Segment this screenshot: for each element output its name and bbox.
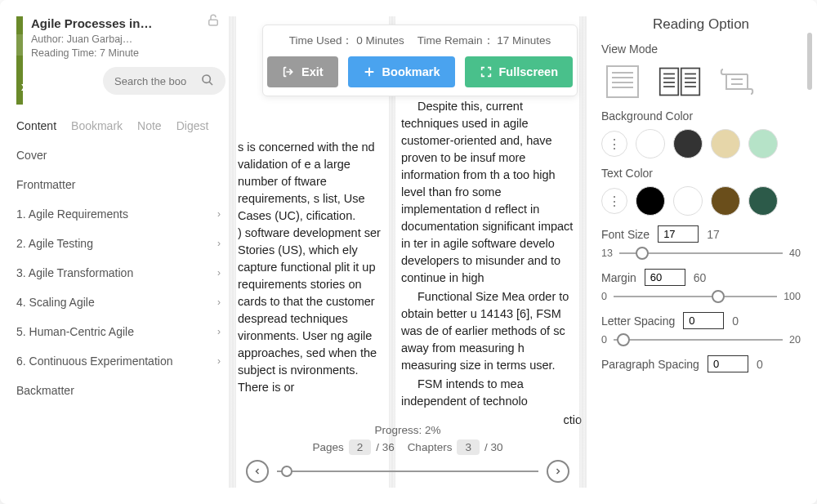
progress-label: Progress: 2% (246, 424, 569, 436)
prev-page-button[interactable] (246, 460, 269, 483)
exit-button[interactable]: Exit (267, 56, 338, 87)
color-more-button[interactable]: ⋮ (601, 188, 627, 214)
text-color-swatch[interactable] (636, 186, 665, 216)
margin-slider[interactable] (614, 296, 777, 297)
letter-spacing-input[interactable] (683, 312, 724, 329)
tab-content[interactable]: Content (16, 119, 56, 132)
slider-max: 20 (789, 334, 801, 346)
chevron-right-icon: › (217, 208, 221, 220)
toc-item-label: Backmatter (16, 384, 74, 397)
margin-control: Margin 60 0 100 (601, 269, 801, 302)
tab-note[interactable]: Note (137, 119, 162, 132)
plus-icon (363, 65, 376, 78)
font-size-slider[interactable] (619, 252, 783, 254)
toc-item[interactable]: 6. Continuous Experimentation› (16, 346, 221, 376)
paragraph-spacing-control: Paragraph Spacing 0 (601, 355, 801, 372)
reading-options-panel: Reading Option View Mode Background Colo… (587, 16, 801, 488)
app-root: xq Agile Processes in S… Author: Juan Ga… (0, 0, 817, 504)
slider-thumb[interactable] (617, 333, 630, 346)
table-of-contents: CoverFrontmatter1. Agile Requirements›2.… (16, 140, 221, 405)
book-title: Agile Processes in S… (31, 16, 154, 30)
text-color-swatch[interactable] (711, 186, 740, 216)
toc-item-label: 2. Agile Testing (16, 237, 93, 250)
next-page-button[interactable] (547, 460, 569, 483)
chevron-right-icon: › (217, 238, 221, 249)
paragraph-spacing-label: Paragraph Spacing (601, 358, 699, 371)
text-color-label: Text Color (601, 167, 801, 180)
search-icon (201, 74, 214, 89)
toc-item[interactable]: Backmatter (16, 376, 221, 405)
book-author: Author: Juan Garbaj… (31, 33, 225, 45)
chevron-right-icon: › (217, 267, 221, 279)
chapter-current-input[interactable]: 3 (457, 439, 480, 455)
font-size-label: Font Size (601, 228, 650, 241)
page-text-fragment: despread techniques vironments. User ng … (238, 310, 381, 396)
background-swatches: ⋮ (601, 129, 801, 158)
scrollbar-thumb[interactable] (807, 33, 812, 90)
bookmark-button[interactable]: Bookmark (348, 56, 455, 87)
pages-label: Pages (313, 441, 344, 453)
page-current-input[interactable]: 2 (349, 439, 372, 455)
time-remain-label: Time Remain： (417, 34, 494, 47)
text-color-swatch[interactable] (748, 186, 778, 216)
toc-item-label: Cover (16, 149, 47, 162)
margin-label: Margin (601, 271, 636, 284)
options-title: Reading Option (601, 16, 801, 33)
toc-item[interactable]: 3. Agile Transformation› (16, 258, 221, 288)
view-mode-label: View Mode (601, 42, 801, 56)
view-mode-double[interactable] (659, 62, 701, 101)
background-color-swatch[interactable] (711, 129, 740, 158)
reader-pane: Time Used： 0 Minutes Time Remain： 17 Min… (229, 16, 587, 488)
toc-item-label: 6. Continuous Experimentation (16, 355, 172, 368)
slider-thumb[interactable] (712, 290, 725, 303)
toc-item[interactable]: Frontmatter (16, 170, 221, 199)
view-mode-scroll[interactable] (716, 62, 758, 101)
background-color-swatch[interactable] (748, 129, 778, 158)
time-used-label: Time Used： (289, 34, 354, 47)
page-text-fragment: FSM intends to mea independent of techno… (401, 376, 582, 410)
svg-line-1 (209, 82, 212, 85)
svg-rect-2 (209, 20, 218, 25)
paragraph-spacing-input[interactable] (708, 355, 748, 372)
font-size-control: Font Size 17 13 40 (601, 225, 801, 259)
view-mode-single[interactable] (601, 62, 644, 101)
book-cover-thumb[interactable]: xq (16, 16, 23, 105)
tab-bookmark[interactable]: Bookmark (71, 119, 123, 132)
reader-bottombar: Progress: 2% Pages 2 / 36 Chapters 3 / 3… (246, 424, 569, 483)
chapters-label: Chapters (408, 441, 453, 453)
margin-input[interactable] (645, 269, 685, 286)
reading-time: Reading Time: 7 Minute (31, 47, 225, 59)
toc-item-label: 1. Agile Requirements (16, 207, 128, 221)
letter-spacing-control: Letter Spacing 0 0 20 (601, 312, 801, 346)
toc-item[interactable]: 2. Agile Testing› (16, 229, 221, 258)
progress-slider-thumb[interactable] (281, 466, 292, 477)
fullscreen-button[interactable]: Fullscreen (465, 56, 574, 87)
progress-slider[interactable] (277, 471, 538, 472)
letter-spacing-display: 0 (732, 314, 739, 328)
letter-spacing-slider[interactable] (614, 339, 783, 341)
page-binding (579, 16, 586, 488)
font-size-input[interactable] (658, 225, 699, 243)
toc-item[interactable]: 1. Agile Requirements› (16, 199, 221, 229)
search-box[interactable] (103, 67, 225, 95)
lock-icon (206, 13, 221, 31)
toc-item-label: 4. Scaling Agile (16, 296, 95, 309)
text-color-swatch[interactable] (673, 186, 703, 216)
background-color-swatch[interactable] (636, 129, 665, 158)
toc-item[interactable]: 4. Scaling Agile› (16, 288, 221, 317)
toc-item[interactable]: 5. Human-Centric Agile› (16, 317, 221, 346)
background-color-swatch[interactable] (673, 129, 703, 158)
text-swatches: ⋮ (601, 186, 801, 216)
paragraph-spacing-display: 0 (757, 358, 763, 371)
toc-item[interactable]: Cover (16, 140, 221, 170)
color-more-button[interactable]: ⋮ (601, 131, 627, 157)
slider-thumb[interactable] (636, 247, 649, 260)
font-size-display: 17 (707, 228, 720, 241)
background-color-label: Background Color (601, 109, 801, 123)
svg-point-0 (203, 75, 210, 83)
page-text-fragment: Despite this, current techniques used in… (401, 98, 582, 287)
slider-min: 0 (601, 334, 607, 346)
tab-digest[interactable]: Digest (176, 119, 209, 132)
book-header: xq Agile Processes in S… Author: Juan Ga… (16, 16, 221, 105)
search-input[interactable] (114, 75, 196, 87)
